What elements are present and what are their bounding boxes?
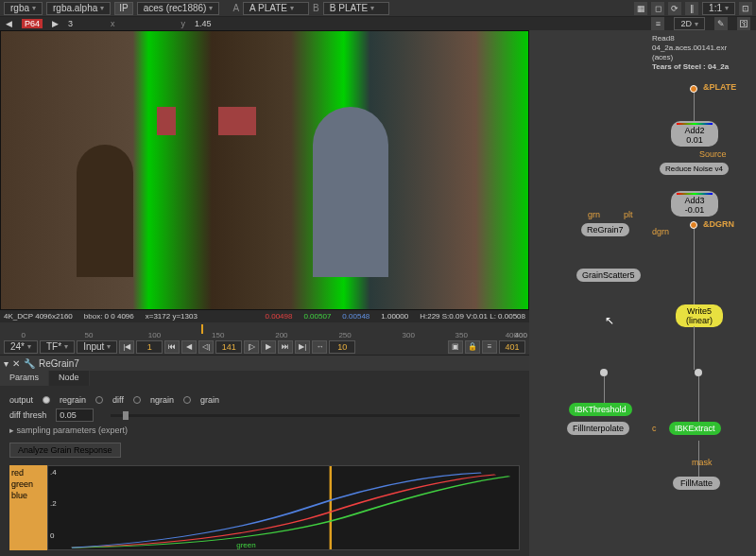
loop-input[interactable] (329, 340, 355, 354)
dgrn-tag: &DGRN (703, 219, 734, 229)
first-frame-icon[interactable]: ⏮ (164, 340, 180, 354)
lock-icon[interactable]: ⚿ (737, 17, 750, 30)
next-key-icon[interactable]: ▶| (295, 340, 310, 354)
grn-label: grn (588, 210, 600, 219)
radio-regrain[interactable] (43, 396, 50, 404)
frame-num: 3 (68, 19, 73, 28)
y-value: 1.45 (195, 19, 212, 28)
alpha-dropdown[interactable]: rgba.alpha (46, 2, 111, 15)
viewer-status-bar: 4K_DCP 4096x2160 bbox: 0 0 4096 x=3172 y… (0, 310, 529, 322)
g-value: 0.00507 (303, 312, 331, 321)
node-ibkextract[interactable]: IBKExtract (669, 422, 721, 435)
coords-label: x=3172 y=1303 (146, 312, 198, 321)
properties-panel: ▾ ✕ 🔧 ReGrain7 Params Node output regrai… (0, 355, 529, 556)
thresh-label: diff thresh (9, 410, 46, 420)
node-grainscatter[interactable]: GrainScatter5 (576, 269, 641, 282)
a-layer-dropdown[interactable]: A PLATE (243, 2, 309, 15)
colorspace-dropdown[interactable]: aces (rec1886) (137, 2, 220, 15)
record-icon[interactable]: ▣ (448, 340, 463, 354)
a-label: A (232, 3, 239, 13)
analyze-button[interactable]: Analyze Grain Response (9, 443, 121, 458)
b-value: 0.00548 (342, 312, 369, 321)
top-toolbar: rgba rgba.alpha IP aces (rec1886) A A PL… (0, 0, 756, 17)
frame-end-input[interactable] (499, 340, 525, 354)
node-write[interactable]: Write5 (linear) (676, 304, 723, 327)
thresh-input[interactable] (56, 408, 94, 422)
node-name-label: ReGrain7 (39, 358, 79, 369)
ip-button[interactable]: IP (114, 2, 132, 15)
node-add3[interactable]: Add3-0.01 (671, 191, 718, 217)
step-fwd-icon[interactable]: |▷ (244, 340, 259, 354)
b-label: B (313, 3, 319, 13)
fps-dropdown[interactable]: 24* (4, 340, 38, 354)
node-fillinterpolate[interactable]: FillInterpolate (567, 422, 629, 435)
format-label: 4K_DCP 4096x2160 (4, 312, 73, 321)
fit-icon[interactable]: ⊡ (739, 2, 752, 15)
last-frame-icon[interactable]: ⏭ (278, 340, 293, 354)
graph-dot[interactable] (695, 369, 702, 376)
proxy-badge[interactable]: P64 (22, 19, 43, 28)
dgrn-label: dgrn (652, 227, 669, 236)
input-dropdown[interactable]: Input (77, 340, 117, 354)
refresh-icon[interactable]: ⟳ (668, 2, 681, 15)
timeline[interactable]: 0 50 100 150 200 250 300 350 400 400 (0, 322, 529, 339)
frame-start-input[interactable] (136, 340, 163, 354)
play-rev-icon[interactable]: ◀ (181, 340, 197, 354)
view-mode-dropdown[interactable]: 2D (674, 17, 705, 30)
chevron-down-icon[interactable]: ▾ (4, 358, 9, 369)
tab-params[interactable]: Params (0, 371, 49, 386)
wand-icon[interactable]: ✎ (714, 17, 728, 30)
radio-diff[interactable] (95, 396, 103, 404)
loop-icon[interactable]: ↔ (312, 340, 327, 354)
cursor-icon: ↖ (605, 314, 614, 327)
grid-icon[interactable]: ▦ (634, 2, 647, 15)
close-icon[interactable]: ✕ (12, 358, 20, 369)
graph-dot[interactable] (600, 369, 608, 376)
bbox-label: bbox: 0 0 4096 (84, 312, 134, 321)
wrench-icon[interactable]: 🔧 (24, 358, 35, 369)
radio-grain[interactable] (183, 396, 191, 404)
lock-timeline-icon[interactable]: 🔒 (465, 340, 480, 354)
plate-dot[interactable] (690, 85, 697, 93)
channel-dropdown[interactable]: rgba (4, 2, 43, 15)
burger-icon[interactable]: ≡ (482, 340, 497, 354)
frame-current-input[interactable] (215, 340, 242, 354)
zoom-dropdown[interactable]: 1:1 (702, 2, 735, 15)
step-back-icon[interactable]: ◁| (198, 340, 214, 354)
output-label: output (9, 395, 33, 405)
tab-node[interactable]: Node (49, 371, 90, 386)
thresh-slider[interactable] (111, 414, 520, 417)
node-graph[interactable]: Read8 04_2a.aces.00141.exr (aces) Tears … (529, 30, 756, 556)
curve-graph[interactable]: .4 .2 0 green (47, 465, 520, 550)
play-icon[interactable]: ▶ (261, 340, 276, 354)
radio-ngrain[interactable] (133, 396, 141, 404)
mask-label: mask (692, 458, 713, 467)
node-fillmatte[interactable]: FillMatte (673, 477, 720, 490)
square-icon[interactable]: ◻ (651, 2, 664, 15)
sampling-label[interactable]: sampling parameters (expert) (17, 426, 129, 435)
props-tabs: Params Node (0, 371, 529, 386)
curve-legend[interactable]: red green blue (9, 465, 47, 550)
c-label: c (652, 424, 657, 433)
dgrn-dot[interactable] (690, 221, 697, 229)
b-layer-dropdown[interactable]: B PLATE (323, 2, 389, 15)
node-regrain[interactable]: ReGrain7 (581, 223, 629, 236)
pause-icon[interactable]: ‖ (685, 2, 698, 15)
source-label: Source (699, 149, 727, 159)
a-value: 1.00000 (381, 312, 408, 321)
viewer[interactable] (0, 30, 529, 310)
r-value: 0.00498 (266, 312, 293, 321)
props-header: ▾ ✕ 🔧 ReGrain7 (0, 356, 529, 371)
plt-label: plt (624, 210, 633, 219)
tf-dropdown[interactable]: TF* (40, 340, 75, 354)
playback-bar: 24* TF* Input |◀ ⏮ ◀ ◁| |▷ ▶ ⏭ ▶| ↔ ▣ 🔒 … (0, 339, 529, 355)
prev-key-icon[interactable]: |◀ (119, 340, 134, 354)
hsvl-value: H:229 S:0.09 V:0.01 L: 0.00508 (420, 312, 525, 321)
info-bar: ◀ P64 ▶ 3 x y 1.45 ≡ 2D ✎ ⚿ (0, 17, 756, 30)
node-ibkthreshold[interactable]: IBKThreshold (569, 403, 632, 416)
node-add2[interactable]: Add20.01 (671, 121, 718, 147)
node-reduce-noise[interactable]: Reduce Noise v4 (660, 163, 729, 175)
db-icon[interactable]: ≡ (651, 17, 664, 30)
viewer-image (1, 31, 528, 309)
plate-tag: &PLATE (703, 82, 736, 92)
